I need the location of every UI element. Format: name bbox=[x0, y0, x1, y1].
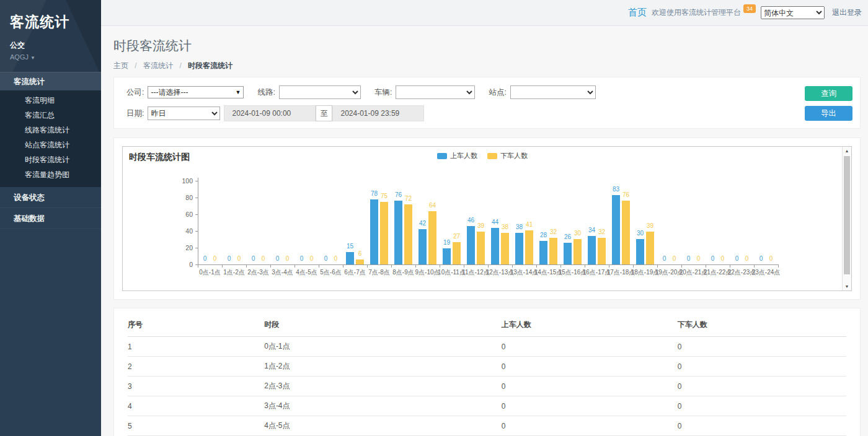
x-tick-mark bbox=[222, 264, 223, 268]
x-tick-mark bbox=[294, 264, 295, 268]
table-cell: 3 bbox=[128, 377, 264, 396]
table-row: 32点-3点00 bbox=[128, 377, 846, 396]
caret-down-icon: ▼ bbox=[30, 55, 35, 61]
x-tick-mark bbox=[464, 264, 464, 268]
sidebar-item-3[interactable]: 站点客流统计 bbox=[0, 137, 101, 152]
x-tick-mark bbox=[730, 264, 730, 268]
chart-box: 时段车流统计图 上车人数下车人数 020406080100000点-1点001点… bbox=[122, 146, 852, 291]
col-header-alighting: 下车人数 bbox=[678, 313, 846, 337]
bar-下车人数-14 bbox=[549, 238, 557, 264]
scroll-down-icon[interactable]: ▼ bbox=[843, 282, 851, 290]
vehicle-select[interactable] bbox=[396, 85, 475, 99]
legend-item[interactable]: 下车人数 bbox=[487, 151, 528, 160]
table-row: 43点-4点00 bbox=[128, 396, 846, 416]
breadcrumb-home[interactable]: 主页 bbox=[113, 61, 128, 70]
x-tick-mark bbox=[246, 264, 247, 268]
scrollbar-thumb[interactable] bbox=[844, 156, 850, 274]
chart-panel: 时段车流统计图 上车人数下车人数 020406080100000点-1点001点… bbox=[113, 137, 861, 300]
sidebar-section-0[interactable]: 设备状态 bbox=[0, 187, 101, 208]
station-label: 站点: bbox=[489, 87, 506, 98]
sidebar-item-5[interactable]: 客流量趋势图 bbox=[0, 167, 101, 182]
table-panel: 序号 时段 上车人数 下车人数 10点-1点0021点-2点0032点-3点00… bbox=[113, 308, 861, 436]
bar-value-label: 27 bbox=[446, 233, 468, 240]
bar-value-label: 64 bbox=[422, 202, 444, 209]
table-cell: 0 bbox=[678, 337, 846, 357]
bar-上车人数-16 bbox=[588, 236, 596, 264]
table-cell: 0 bbox=[502, 377, 678, 396]
col-header-timeslot: 时段 bbox=[264, 313, 501, 337]
bar-value-label: 76 bbox=[615, 191, 637, 198]
user-dropdown[interactable]: AQGJ▼ bbox=[10, 53, 101, 61]
home-link[interactable]: 首页 bbox=[628, 7, 647, 19]
filter-panel: 公司: ---请选择--- ▼ 线路: 车辆: 站点: 日期: 昨日 2024-… bbox=[113, 77, 861, 129]
date-label: 日期: bbox=[126, 108, 144, 119]
bar-value-label: 0 bbox=[760, 255, 782, 262]
x-tick-mark bbox=[609, 264, 609, 268]
table-cell: 4点-5点 bbox=[264, 416, 501, 436]
y-tick-mark bbox=[195, 198, 198, 198]
sidebar-item-1[interactable]: 客流汇总 bbox=[0, 108, 101, 123]
date-from-input[interactable]: 2024-01-09 00:00 bbox=[224, 105, 316, 121]
language-select[interactable]: 简体中文 bbox=[761, 6, 825, 19]
table-cell: 0 bbox=[502, 416, 678, 436]
y-tick-label: 40 bbox=[174, 227, 193, 235]
legend-swatch bbox=[487, 153, 497, 159]
x-tick-mark bbox=[633, 264, 634, 268]
y-tick-mark bbox=[195, 181, 198, 181]
sidebar-group-passenger-stats[interactable]: 客流统计 bbox=[0, 72, 101, 90]
chart-scrollbar[interactable]: ▲ ▼ bbox=[842, 147, 851, 290]
breadcrumb: 主页 / 客流统计 / 时段客流统计 bbox=[113, 61, 868, 71]
sidebar: 客流统计 公交 AQGJ▼ 客流统计 客流明细客流汇总线路客流统计站点客流统计时… bbox=[0, 0, 101, 436]
company-select[interactable]: ---请选择--- ▼ bbox=[148, 86, 244, 98]
date-to-input[interactable]: 2024-01-09 23:59 bbox=[332, 105, 424, 121]
station-select[interactable] bbox=[510, 85, 596, 99]
y-tick-label: 20 bbox=[174, 244, 193, 251]
bar-value-label: 6 bbox=[349, 250, 371, 257]
table-cell: 2点-3点 bbox=[264, 377, 501, 396]
y-tick-label: 100 bbox=[174, 177, 193, 185]
x-tick-mark bbox=[270, 264, 271, 268]
legend-swatch bbox=[437, 153, 447, 159]
x-tick-mark bbox=[585, 264, 585, 268]
x-tick-mark bbox=[367, 264, 368, 268]
x-tick-mark bbox=[778, 264, 779, 268]
bar-上车人数-13 bbox=[515, 233, 523, 264]
sidebar-plain-sections: 设备状态基础数据 bbox=[0, 187, 101, 229]
table-cell: 4 bbox=[128, 396, 264, 416]
x-tick-mark bbox=[488, 264, 489, 268]
table-cell: 0 bbox=[678, 396, 846, 416]
bar-下车人数-8 bbox=[404, 204, 412, 264]
table-cell: 0 bbox=[678, 416, 846, 436]
export-button[interactable]: 导出 bbox=[805, 106, 852, 121]
sidebar-item-4[interactable]: 时段客流统计 bbox=[0, 152, 101, 167]
x-tick-mark bbox=[754, 264, 755, 268]
bar-value-label: 72 bbox=[397, 195, 420, 202]
table-cell: 0 bbox=[678, 357, 846, 377]
sidebar-item-0[interactable]: 客流明细 bbox=[0, 93, 101, 108]
legend-item[interactable]: 上车人数 bbox=[437, 151, 477, 160]
logout-link[interactable]: 退出登录 bbox=[832, 7, 862, 18]
line-select[interactable] bbox=[279, 85, 361, 99]
x-tick-mark bbox=[415, 264, 416, 268]
sidebar-item-2[interactable]: 线路客流统计 bbox=[0, 123, 101, 137]
bar-value-label: 0 bbox=[325, 255, 347, 262]
date-preset-select[interactable]: 昨日 bbox=[148, 107, 220, 120]
bar-下车人数-12 bbox=[501, 233, 509, 264]
user-name: AQGJ bbox=[10, 53, 29, 61]
table-cell: 0 bbox=[502, 357, 678, 377]
y-axis bbox=[198, 178, 198, 265]
table-cell: 2 bbox=[128, 357, 264, 377]
table-cell: 0点-1点 bbox=[264, 337, 501, 357]
main-area: 首页 欢迎使用客流统计管理平台 34 简体中文 退出登录 时段客流统计 主页 /… bbox=[101, 0, 868, 436]
table-cell: 1 bbox=[128, 337, 264, 357]
topbar: 首页 欢迎使用客流统计管理平台 34 简体中文 退出登录 bbox=[101, 0, 868, 26]
bar-下车人数-10 bbox=[453, 242, 461, 264]
table-row: 54点-5点00 bbox=[128, 416, 846, 436]
query-button[interactable]: 查询 bbox=[805, 86, 852, 101]
breadcrumb-passenger-stats[interactable]: 客流统计 bbox=[143, 61, 173, 70]
bar-上车人数-17 bbox=[612, 195, 620, 264]
bar-上车人数-10 bbox=[443, 248, 451, 264]
scroll-up-icon[interactable]: ▲ bbox=[843, 147, 851, 155]
sidebar-section-1[interactable]: 基础数据 bbox=[0, 208, 101, 229]
x-tick-mark bbox=[198, 264, 198, 268]
